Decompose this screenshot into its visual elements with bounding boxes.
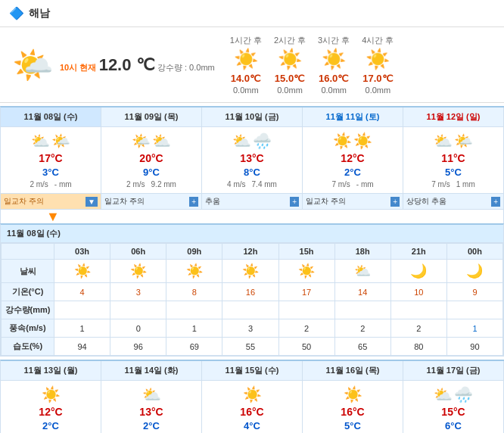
forecast-hours: 1시간 후 ☀️ 14.0℃ 0.0mm 2시간 후 ☀️ 15.0℃ 0.0m… [230,35,394,95]
daily-date-3: 11월 11일 (토) [326,112,380,121]
daily-low-4: 5°C [445,167,462,178]
daily-rain-0: - mm [54,180,72,188]
hourly-label-header [2,244,54,260]
hourly-icon-6: 🌙 [390,260,446,283]
expand-btn-4[interactable]: + [491,197,500,207]
daily-low-3: 2°C [344,167,361,178]
weekly-high-1: 13°C [139,406,163,418]
hourly-rain-7 [446,301,502,319]
weekly-header-4: 11월 17일 (금) [403,361,503,381]
hour4-label: 4시간 후 [362,35,394,46]
daily-icon2-2: 🌧️ [253,132,272,150]
hourly-wind-label: 풍속(m/s) [2,319,54,338]
hourly-wind-1: 0 [110,319,166,338]
daily-footer-0: 일교차 주의 [4,196,44,207]
daily-icon1-2: ⛅ [232,132,251,150]
hour1-rain: 0.0mm [233,86,259,95]
hourly-col-18h: 18h [334,244,390,260]
location-title: 해남 [29,7,50,20]
daily-footer-4: 상당히 추움 [406,196,446,207]
hourly-wind-6: 2 [390,319,446,338]
weekly-cell-2: 11월 15일 (수) ☀️ 16°C 4°C 4 m/s - mm 일교차 주… [202,361,303,433]
hourly-row-weather: 날씨 ☀️ ☀️ ☀️ ☀️ ☀️ ⛅ 🌙 🌙 [2,260,503,283]
current-weather: 🌤️ 10시 현재 12.0 ℃ 강수량 : 0.0mm 1시간 후 ☀️ 14… [0,27,504,103]
hourly-temp-label: 기온(°C) [2,283,54,301]
hourly-humidity-label: 습도(%) [2,338,54,356]
weekly-low-4: 6°C [445,420,462,431]
weekly-header-0: 11월 13일 (월) [1,361,101,381]
daily-cell-4: 11월 12일 (일) ⛅ 🌤️ 11°C 5°C 7 m/s 1 mm [403,107,504,210]
hour2-icon: ☀️ [278,48,302,71]
hourly-col-03h: 03h [54,244,110,260]
daily-body-3: ☀️ ☀️ 12°C 2°C 7 m/s - mm [303,127,403,193]
hourly-col-09h: 09h [166,244,222,260]
weekly-cell-3: 11월 16일 (목) ☀️ 16°C 5°C 4 m/s - mm 일교차 주… [303,361,403,433]
hourly-humidity-0: 94 [54,338,110,356]
hourly-humidity-4: 50 [278,338,334,356]
hourly-row-rain: 강수량(mm) [2,301,503,319]
daily-header-3: 11월 11일 (토) [303,107,403,127]
daily-low-2: 8°C [244,167,260,178]
hourly-icon-4: ☀️ [278,260,334,283]
daily-body-4: ⛅ 🌤️ 11°C 5°C 7 m/s 1 mm [403,127,503,193]
weekly-low-3: 5°C [344,420,361,431]
forecast-hour-3: 3시간 후 ☀️ 16.0℃ 0.0mm [318,35,350,95]
hour4-rain: 0.0mm [366,86,391,95]
hourly-rain-label: 강수량(mm) [2,301,54,319]
hour1-icon: ☀️ [234,48,258,71]
daily-icon1-3: ☀️ [333,132,352,150]
current-time-label: 10시 현재 [60,63,96,72]
hourly-icon-1: ☀️ [110,260,166,283]
hourly-date: 11월 08일 (수) [7,229,61,238]
weekly-high-2: 16°C [240,406,263,418]
hourly-rain-6 [390,301,446,319]
hourly-wind-3: 3 [222,319,278,338]
hourly-rain-4 [278,301,334,319]
hourly-humidity-6: 80 [390,338,446,356]
hourly-temp-7: 9 [446,283,502,301]
hourly-col-00h: 00h [446,244,502,260]
weekly-body-2: ☀️ 16°C 4°C 4 m/s - mm [202,381,302,433]
current-sun-icon: 🌤️ [12,45,54,85]
hour2-temp: 15.0℃ [275,73,305,84]
expand-btn-3[interactable]: + [390,197,400,207]
daily-cell-1: 11월 09일 (목) 🌤️ ⛅ 20°C 9°C 2 m/s 9.2 mm 일… [101,107,202,210]
location-icon: 🔷 [9,6,24,20]
daily-date-1: 11월 09일 (목) [125,112,179,121]
expand-arrow: ▼ [46,210,60,223]
hourly-rain-1 [110,301,166,319]
daily-header-4: 11월 12일 (일) [403,107,503,127]
weekly-header-3: 11월 16일 (목) [303,361,403,381]
daily-rain-1: 9.2 mm [151,180,176,188]
header: 🔷 해남 [0,0,504,27]
hourly-col-06h: 06h [110,244,166,260]
hourly-rain-2 [166,301,222,319]
hourly-temp-0: 4 [54,283,110,301]
hourly-table: 03h 06h 09h 12h 15h 18h 21h 00h 날씨 ☀️ ☀️… [1,243,503,356]
daily-wind-2: 4 m/s [227,180,245,188]
hour1-label: 1시간 후 [230,35,262,46]
daily-low-0: 3°C [42,167,59,178]
hourly-col-15h: 15h [278,244,334,260]
hourly-temp-1: 3 [110,283,166,301]
daily-section: 11월 08일 (수) ⛅ 🌤️ 17°C 3°C 2 m/s - mm 일교차 [0,106,504,223]
hourly-icon-5: ⛅ [334,260,390,283]
expand-btn-1[interactable]: + [189,197,198,207]
weekly-header-1: 11월 14일 (화) [101,361,201,381]
weekly-cell-1: 11월 14일 (화) ⛅ 13°C 2°C 4 m/s - mm 일교차 주의… [101,361,202,433]
hourly-wind-7: 1 [446,319,502,338]
hour2-label: 2시간 후 [274,35,306,46]
hour4-temp: 17.0℃ [362,73,393,84]
weekly-icon2-4: 🌧️ [454,385,473,403]
expand-btn-2[interactable]: + [290,197,299,207]
current-temperature: 12.0 ℃ [99,55,155,74]
daily-footer-3: 일교차 주의 [306,196,346,207]
daily-date-4: 11월 12일 (일) [427,112,481,121]
hour3-rain: 0.0mm [321,86,347,95]
weekly-date-0: 11월 13일 (월) [24,366,78,375]
hourly-row-wind: 풍속(m/s) 1 0 1 3 2 2 2 1 [2,319,503,338]
current-info: 10시 현재 12.0 ℃ 강수량 : 0.0mm [60,55,215,75]
hourly-row-humidity: 습도(%) 94 96 69 55 50 65 80 90 [2,338,503,356]
hour4-icon: ☀️ [366,48,390,71]
collapse-btn-0[interactable]: ▼ [86,197,98,207]
